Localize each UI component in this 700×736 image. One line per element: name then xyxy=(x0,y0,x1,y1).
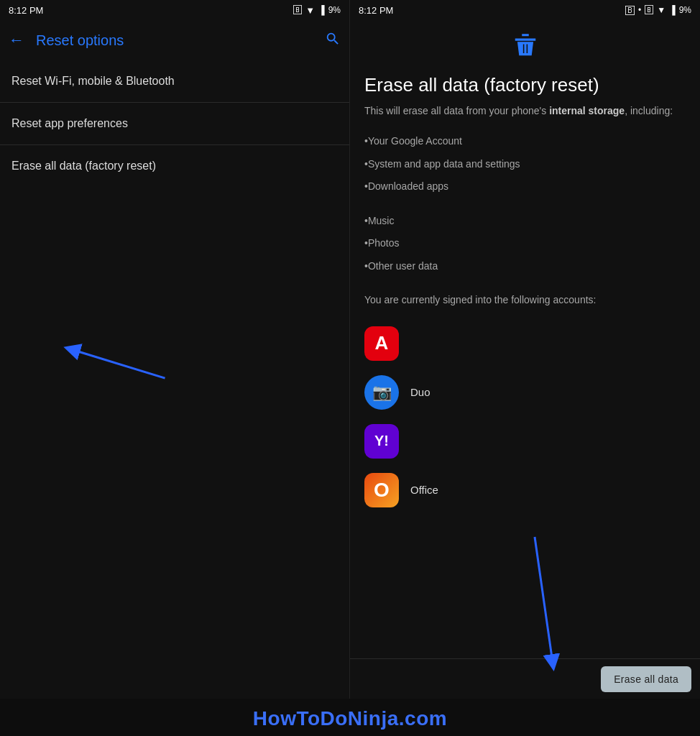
bluetooth-icon: 🄱 xyxy=(293,5,302,15)
list-item: •Music xyxy=(364,210,686,233)
list-item: •Other user data xyxy=(364,255,686,278)
app-row-duo: 📷 Duo xyxy=(364,368,686,417)
right-bluetooth-icon: 🄱 xyxy=(645,5,653,15)
duo-label: Duo xyxy=(410,386,430,398)
bottom-bar: Erase all data xyxy=(350,658,700,699)
app-row-adobe: A xyxy=(364,319,686,368)
right-battery-text: 9% xyxy=(679,5,691,15)
right-dot-icon: • xyxy=(638,5,641,15)
list-item: •Downloaded apps xyxy=(364,175,686,198)
office-label: Office xyxy=(410,484,438,496)
svg-line-0 xyxy=(72,349,165,378)
erase-description: This will erase all data from your phone… xyxy=(364,104,686,119)
menu-item-wifi[interactable]: Reset Wi-Fi, mobile & Bluetooth xyxy=(0,60,349,103)
back-button[interactable]: ← xyxy=(9,31,24,50)
yahoo-icon: Y! xyxy=(364,424,399,459)
right-status-icons: 🄱 • 🄱 ▼ ▐ 9% xyxy=(625,5,691,16)
right-time: 8:12 PM xyxy=(359,5,393,16)
arrow-annotation-left xyxy=(0,187,349,699)
watermark: HowToDoNinja.com xyxy=(0,699,700,736)
right-wifi-icon: ▼ xyxy=(657,5,666,15)
list-item: •System and app data and settings xyxy=(364,153,686,176)
erase-title: Erase all data (factory reset) xyxy=(364,74,686,96)
left-status-bar: 8:12 PM 🄱 ▼ ▐ 9% xyxy=(0,0,349,20)
erase-content: Erase all data (factory reset) This will… xyxy=(350,20,700,658)
erase-list: •Your Google Account •System and app dat… xyxy=(364,130,686,278)
list-item: •Your Google Account xyxy=(364,130,686,153)
search-button[interactable] xyxy=(325,31,341,50)
erase-all-button[interactable]: Erase all data xyxy=(601,666,691,692)
accounts-text: You are currently signed into the follow… xyxy=(364,293,686,308)
toolbar: ← Reset options xyxy=(0,20,349,60)
signal-icon: ▐ xyxy=(318,5,325,15)
left-time: 8:12 PM xyxy=(9,5,43,16)
duo-icon: 📷 xyxy=(364,375,399,410)
office-icon: O xyxy=(364,473,399,507)
right-signal-icon: ▐ xyxy=(669,5,676,15)
battery-text-left: 9% xyxy=(328,5,341,15)
right-notification-icon: 🄱 xyxy=(625,5,635,16)
list-item: •Photos xyxy=(364,232,686,255)
wifi-icon: ▼ xyxy=(305,5,315,16)
trash-icon xyxy=(364,32,686,65)
adobe-icon: A xyxy=(364,326,399,361)
app-row-yahoo: Y! xyxy=(364,417,686,466)
right-status-bar: 8:12 PM 🄱 • 🄱 ▼ ▐ 9% xyxy=(350,0,700,20)
left-status-icons: 🄱 ▼ ▐ 9% xyxy=(293,5,341,16)
menu-item-factory-reset[interactable]: Erase all data (factory reset) xyxy=(0,145,349,187)
menu-item-app-preferences[interactable]: Reset app preferences xyxy=(0,103,349,145)
page-title: Reset options xyxy=(36,32,325,49)
app-row-office: O Office xyxy=(364,466,686,515)
